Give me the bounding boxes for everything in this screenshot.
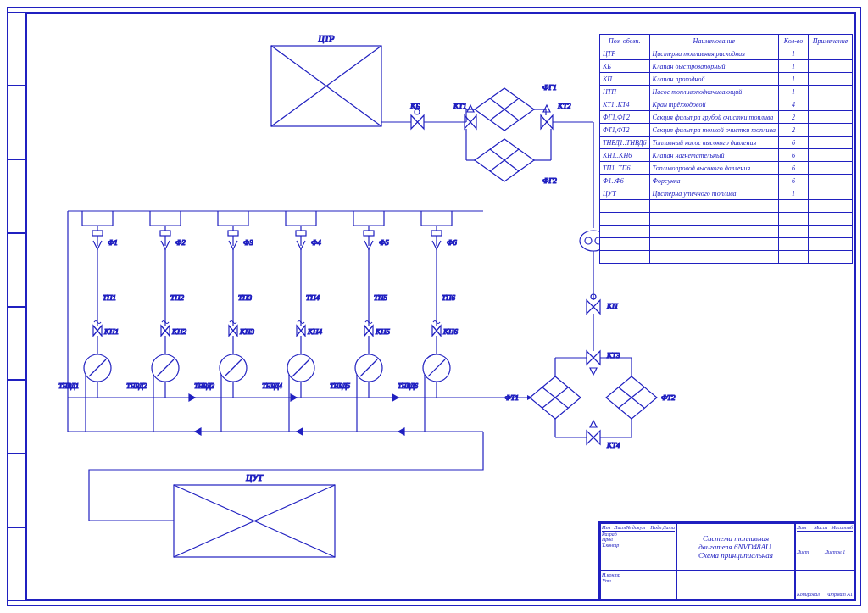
kt1-label: КТ1: [453, 102, 466, 110]
valve-kp-label: КП: [606, 302, 618, 310]
tank-bottom-label: ЦУТ: [245, 473, 264, 482]
svg-line-107: [428, 359, 445, 376]
bom-table: Поз. обозн. Наименование Кол-во Примечан…: [599, 34, 853, 264]
svg-text:Ф3: Ф3: [243, 238, 253, 247]
svg-text:ТНВД2: ТНВД2: [126, 382, 147, 390]
side-cell: [8, 12, 25, 86]
svg-text:Ф4: Ф4: [311, 238, 321, 247]
svg-text:ТП4: ТП4: [306, 293, 320, 302]
bom-row: ТНВД1..ТНВД6Топливный насос высокого дав…: [600, 137, 853, 149]
bom-row: [600, 213, 853, 226]
kt4-label: КТ4: [606, 441, 620, 449]
bom-row: [600, 251, 853, 264]
svg-text:КН4: КН4: [307, 327, 322, 336]
valve-kb-label: КБ: [409, 102, 420, 110]
side-cell: [8, 380, 25, 454]
bom-row: КБКлапан быстрозапорный1: [600, 60, 853, 73]
svg-text:Ф5: Ф5: [379, 238, 389, 247]
bom-row: [600, 238, 853, 251]
tank-top-label: ЦТР: [318, 34, 335, 43]
svg-text:ТНВД4: ТНВД4: [262, 382, 282, 390]
svg-text:ТП3: ТП3: [238, 293, 253, 302]
svg-text:Ф2: Ф2: [175, 238, 186, 247]
svg-text:КН2: КН2: [171, 327, 186, 336]
svg-rect-77: [296, 231, 306, 236]
bom-row: КТ1..КТ4Кран трёхходовой4: [600, 98, 853, 111]
svg-text:КН3: КН3: [239, 327, 254, 336]
svg-text:КН1: КН1: [103, 327, 119, 336]
valve-kb: КБ: [381, 102, 424, 129]
side-cell: [8, 159, 25, 233]
svg-rect-65: [228, 231, 238, 236]
tb-format: Копировал Формат A1: [795, 571, 854, 599]
svg-rect-101: [431, 231, 442, 236]
bom-row: ФТ1,ФТ2Секция фильтра тонкой очистки топ…: [600, 124, 853, 137]
tb-revisions: Изм Лист № докум Подп Дата Разраб Пров Т…: [600, 523, 676, 571]
fg2-label: ФГ2: [542, 176, 557, 185]
cylinder-3: Ф3ТП3КН3ТНВД3: [194, 211, 254, 432]
svg-rect-41: [92, 231, 103, 236]
svg-text:ТП1: ТП1: [103, 293, 116, 302]
bom-row: Ф1..Ф6Форсунка6: [600, 175, 853, 187]
title-block: Изм Лист № докум Подп Дата Разраб Пров Т…: [598, 521, 856, 601]
svg-text:ТНВД1: ТНВД1: [58, 382, 79, 390]
svg-point-20: [585, 237, 592, 244]
tb-sign: Н.контр Утв: [600, 571, 676, 599]
cylinder-2: Ф2ТП2КН2ТНВД2: [126, 211, 186, 432]
valve-kp: КП: [587, 294, 618, 314]
bom-row: НТПНасос топливоподкачивающий1: [600, 86, 853, 98]
side-cell: [8, 233, 25, 307]
svg-text:ТП2: ТП2: [170, 293, 185, 302]
side-cell: [8, 527, 25, 601]
drawing-sheet: ЦТР КБ ФГ1 ФГ2: [0, 0, 868, 613]
cylinder-6: Ф6ТП6КН6ТНВД6: [398, 211, 458, 432]
svg-text:Ф1: Ф1: [108, 238, 118, 247]
bom-row: ТП1..ТП6Топливопровод высокого давления6: [600, 162, 853, 175]
svg-line-59: [157, 359, 174, 376]
tb-title: Система топливная двигателя 6NVD48AU. Сх…: [676, 523, 795, 571]
cylinder-stacks: Ф1ТП1КН1ТНВД1Ф2ТП2КН2ТНВД2Ф3ТП3КН3ТНВД3Ф…: [58, 211, 458, 432]
bom-row: КПКлапан проходной1: [600, 73, 853, 86]
cylinder-5: Ф5ТП5КН5ТНВД5: [330, 211, 390, 432]
kt2-label: КТ2: [557, 102, 571, 110]
bom-row: ЦТРЦистерна топливная расходная1: [600, 47, 853, 60]
tb-mass: Лит Масса Масштаб Лист Листов 1: [795, 523, 854, 571]
filter-fg-bridge: ФГ1 ФГ2 КТ1 КТ2: [453, 83, 571, 185]
bom-row: ЦУТЦистерна утечного топлива1: [600, 187, 853, 200]
bom-hdr-qty: Кол-во: [779, 35, 809, 47]
svg-line-47: [89, 359, 106, 376]
svg-rect-53: [160, 231, 170, 236]
svg-text:ТНВД6: ТНВД6: [398, 382, 418, 390]
bom-row: КН1..КН6Клапан нагнетательный6: [600, 149, 853, 162]
svg-text:ТНВД3: ТНВД3: [194, 382, 214, 390]
svg-line-95: [360, 359, 377, 376]
bom-row: [600, 226, 853, 238]
svg-text:ТП6: ТП6: [442, 293, 456, 302]
filter-ft-bridge: КТ3 ФТ1 ФТ2 КТ4: [504, 351, 676, 449]
bom-body: ЦТРЦистерна топливная расходная1КБКлапан…: [600, 47, 853, 264]
svg-rect-89: [364, 231, 374, 236]
side-cell: [8, 86, 25, 159]
ft2-label: ФТ2: [661, 393, 676, 402]
side-cell: [8, 454, 25, 527]
tank-bottom: ЦУТ: [174, 473, 335, 557]
bom-row: [600, 200, 853, 213]
side-cell: [8, 307, 25, 381]
svg-text:ТНВД5: ТНВД5: [330, 382, 350, 390]
bom-hdr-note: Примечание: [809, 35, 853, 47]
binding-strip: [8, 12, 25, 601]
bom-hdr-name: Наименование: [649, 35, 778, 47]
svg-text:Ф6: Ф6: [447, 238, 457, 247]
svg-text:ТП5: ТП5: [374, 293, 388, 302]
fg1-label: ФГ1: [542, 83, 557, 92]
bom-row: ФГ1,ФГ2Секция фильтра грубой очистки топ…: [600, 111, 853, 124]
svg-text:КН5: КН5: [375, 327, 390, 336]
svg-text:КН6: КН6: [442, 327, 458, 336]
svg-line-83: [292, 359, 309, 376]
bom-hdr-pos: Поз. обозн.: [600, 35, 650, 47]
svg-line-71: [225, 359, 242, 376]
tb-org: [676, 571, 795, 599]
